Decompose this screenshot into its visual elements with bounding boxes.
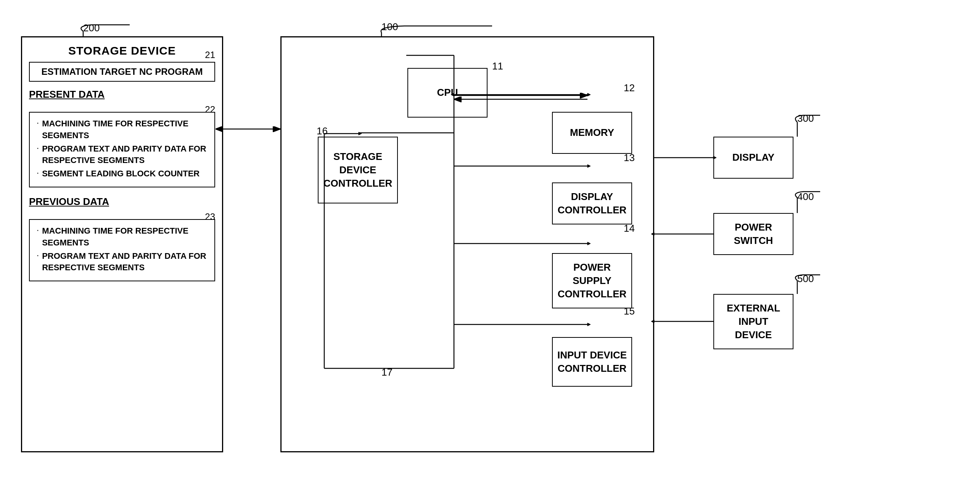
- display-controller-box: DISPLAY CONTROLLER: [552, 182, 632, 224]
- bullet-dot: ·: [37, 225, 39, 235]
- power-supply-label: POWER SUPPLY CONTROLLER: [558, 261, 627, 301]
- bullet-dot: ·: [37, 250, 39, 260]
- diagram-container: 100 200 300 400 500 STORAGE DEVICE 21 ES…: [0, 0, 980, 497]
- power-switch-box: POWER SWITCH: [713, 213, 793, 255]
- memory-box: MEMORY: [552, 112, 632, 154]
- memory-label: MEMORY: [570, 126, 614, 139]
- ref-22: 22: [205, 104, 215, 115]
- ref-13: 13: [624, 152, 635, 164]
- cpu-box: CPU: [407, 68, 488, 118]
- previous-data-label: PREVIOUS DATA: [29, 196, 215, 208]
- present-data-label: PRESENT DATA: [29, 89, 215, 100]
- bullet-dot: ·: [37, 143, 39, 153]
- estimation-target-box: ESTIMATION TARGET NC PROGRAM: [29, 62, 215, 82]
- ref-500: 500: [797, 273, 814, 285]
- ref-300: 300: [797, 113, 814, 124]
- input-device-controller-box: INPUT DEVICE CONTROLLER: [552, 337, 632, 387]
- ref-17: 17: [381, 366, 393, 378]
- external-input-device-box: EXTERNAL INPUT DEVICE: [713, 294, 793, 349]
- bullet-dot: ·: [37, 118, 39, 128]
- ref-15: 15: [624, 305, 635, 317]
- cpu-label: CPU: [437, 86, 458, 99]
- display-ext-box: DISPLAY: [713, 137, 793, 179]
- power-supply-controller-box: POWER SUPPLY CONTROLLER: [552, 253, 632, 308]
- display-label: DISPLAY: [732, 151, 774, 164]
- ref-12: 12: [624, 82, 635, 94]
- bullet-dot: ·: [37, 168, 39, 178]
- ref-11: 11: [492, 60, 503, 72]
- previous-bullet-2: PROGRAM TEXT AND PARITY DATA FOR RESPECT…: [42, 250, 208, 274]
- ref-23: 23: [205, 211, 215, 222]
- present-bullet-1: MACHINING TIME FOR RESPECTIVE SEGMENTS: [42, 118, 208, 142]
- ref-14: 14: [624, 223, 635, 234]
- storage-device-box: STORAGE DEVICE 21 ESTIMATION TARGET NC P…: [21, 36, 223, 452]
- storage-ctrl-label: STORAGE DEVICE CONTROLLER: [323, 150, 393, 190]
- present-data-box: · MACHINING TIME FOR RESPECTIVE SEGMENTS…: [29, 112, 215, 187]
- storage-device-controller-box: STORAGE DEVICE CONTROLLER: [318, 137, 398, 203]
- previous-data-box: · MACHINING TIME FOR RESPECTIVE SEGMENTS…: [29, 219, 215, 281]
- storage-device-title: STORAGE DEVICE: [22, 37, 222, 62]
- display-ctrl-label: DISPLAY CONTROLLER: [558, 190, 627, 217]
- ref-200: 200: [83, 22, 100, 34]
- power-switch-label: POWER SWITCH: [734, 221, 773, 247]
- ref-21: 21: [205, 50, 215, 60]
- previous-bullet-1: MACHINING TIME FOR RESPECTIVE SEGMENTS: [42, 225, 208, 249]
- present-bullet-2: PROGRAM TEXT AND PARITY DATA FOR RESPECT…: [42, 143, 208, 167]
- input-device-label: INPUT DEVICE CONTROLLER: [557, 349, 627, 375]
- external-input-label: EXTERNAL INPUT DEVICE: [727, 302, 780, 342]
- ref-400: 400: [797, 191, 814, 203]
- main-system-box: CPU MEMORY STORAGE DEVICE CONTROLLER DIS…: [280, 36, 654, 452]
- ref-16: 16: [317, 125, 328, 137]
- present-bullet-3: SEGMENT LEADING BLOCK COUNTER: [42, 168, 200, 180]
- ref-100: 100: [381, 21, 398, 33]
